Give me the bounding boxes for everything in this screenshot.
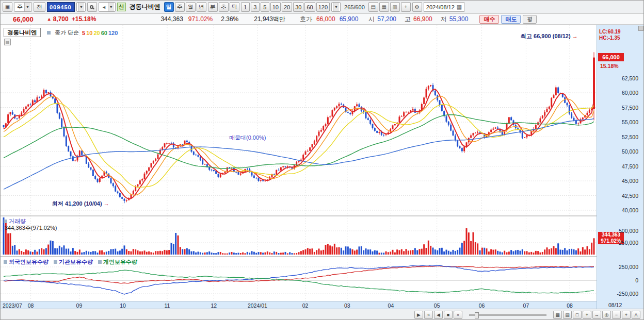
window-icon[interactable]: ▣	[3, 2, 12, 12]
axis-value-label: 45,000	[597, 178, 638, 184]
chart-stock-tab[interactable]: 경동나비엔	[4, 28, 41, 37]
open-price: 57,200	[377, 15, 396, 23]
shin-badge: 신	[117, 3, 126, 11]
box-tool-icon[interactable]: □	[573, 311, 582, 319]
speaker-combo[interactable]: ◄▼	[99, 2, 116, 12]
ma-legend-period: 5	[82, 30, 85, 36]
x-axis-label: 07	[514, 302, 537, 309]
interval-button-5[interactable]: 30	[293, 2, 303, 12]
lc-label: LC:60.19	[599, 29, 621, 35]
legend-square-icon	[4, 260, 7, 264]
chart-region: 경동나비엔 ▤ 종가 단순 5102060120 최고 66,900 (08/1…	[1, 25, 644, 309]
jeon-button[interactable]: 전	[34, 2, 45, 12]
settings-gear-icon[interactable]: ⚙	[412, 2, 422, 12]
hoga-bid: 65,900	[340, 15, 359, 23]
axis-value-label: 55,000	[597, 119, 638, 125]
interval-buttons: 13510203060120	[241, 2, 330, 12]
crosshair-icon[interactable]: ◎	[602, 311, 611, 319]
interval-button-2[interactable]: 5	[261, 2, 269, 12]
legend-square-icon	[4, 220, 7, 223]
interval-button-7[interactable]: 120	[316, 2, 330, 12]
x-axis-label: 03	[336, 302, 359, 309]
candle-count: 265/600	[342, 4, 367, 10]
auto-scale-button[interactable]: A	[632, 311, 640, 319]
tick-button-1[interactable]: 초	[219, 2, 229, 12]
zoom-out-button[interactable]: −	[612, 311, 621, 319]
interval-button-6[interactable]: 60	[304, 2, 315, 12]
stop-button[interactable]: ■	[444, 311, 453, 319]
holdings-legend-item: 외국인보유수량	[4, 258, 49, 266]
axis-value-label: 0	[597, 277, 638, 283]
nav-button-group: ▶«◀■»	[414, 311, 462, 319]
buy-button[interactable]: 매수	[479, 15, 499, 24]
step-backward-button[interactable]: ◀	[434, 311, 443, 319]
current-price-box: 66,000	[598, 53, 624, 61]
volume-pane-subtitle: 344,363주(971.02%)	[5, 224, 57, 232]
top-toolbar: ▣ 주▼ 전 009450 ▼ ◄▼ 신 경동나비엔 일주월년 분초틱 1351…	[1, 1, 643, 14]
zoom-in-button[interactable]: +	[622, 311, 631, 319]
volume-value: 344,363	[160, 15, 183, 23]
chart-scroll-slider[interactable]	[469, 314, 546, 316]
interval-button-1[interactable]: 3	[251, 2, 260, 12]
axis-value-label: 500,000	[597, 228, 638, 234]
axis-value-label: 42,500	[597, 193, 638, 199]
right-arrow-icon: →	[104, 200, 109, 207]
range-button-3[interactable]: 년	[197, 2, 206, 12]
ma-legend: 종가 단순 5102060120	[47, 29, 118, 37]
range-button-1[interactable]: 주	[175, 2, 185, 12]
x-axis-label: 08	[558, 302, 581, 309]
indicator-icon[interactable]: ▥	[390, 2, 400, 12]
tick-button-2[interactable]: 틱	[230, 2, 239, 12]
search-icon[interactable]	[87, 2, 97, 12]
hc-label: HC:-1.35	[599, 35, 620, 41]
play-button[interactable]: ▶	[414, 311, 423, 319]
legend-square-icon	[98, 260, 102, 264]
scrollbar-handle[interactable]	[638, 26, 643, 31]
grid-tool-icon[interactable]: ▦	[553, 311, 562, 319]
chevron-down-icon: ▼	[333, 3, 339, 11]
up-arrow-icon: ▲	[47, 16, 52, 22]
interval-button-4[interactable]: 20	[282, 2, 292, 12]
slider-handle[interactable]	[475, 312, 479, 318]
interval-button-0[interactable]: 1	[241, 2, 250, 12]
interval-combo[interactable]: ▼	[331, 2, 341, 12]
code-dropdown[interactable]: ▼	[76, 2, 86, 12]
split-screen-icon[interactable]: ▦	[379, 2, 389, 12]
price-axis-gutter[interactable]: LC:60.19 HC:-1.35 66,000 15.18% 344,3639…	[597, 25, 644, 309]
chart-type-icon[interactable]: ▤	[368, 2, 378, 12]
tick-button-0[interactable]: 분	[208, 2, 218, 12]
interval-button-3[interactable]: 10	[270, 2, 281, 12]
fast-backward-button[interactable]: «	[424, 311, 433, 319]
x-axis-label: 2024/01	[246, 302, 269, 309]
range-button-2[interactable]: 월	[186, 2, 196, 12]
date-value: 2024/08/12	[426, 4, 455, 10]
stock-code-input[interactable]: 009450	[47, 2, 75, 12]
fit-width-icon[interactable]: ↔	[592, 311, 601, 319]
fast-forward-button[interactable]: »	[454, 311, 462, 319]
x-axis-label: 02	[294, 302, 317, 309]
ma-legend-period: 60	[101, 30, 107, 36]
sell-button[interactable]: 매도	[501, 15, 521, 24]
high-price: 66,900	[413, 15, 432, 23]
stock-name: 경동나비엔	[127, 3, 163, 11]
price-change: 8,700	[53, 15, 69, 23]
add-chart-icon[interactable]: +	[401, 2, 411, 12]
open-label: 시	[368, 15, 375, 24]
tool-button-group: ▦▤□+↔◎−+A	[553, 311, 640, 319]
axis-value-label: 250,000	[597, 240, 638, 246]
tick-buttons: 분초틱	[208, 2, 239, 12]
price-change-pct: +15.18%	[72, 15, 96, 23]
legend-toggle-icon[interactable]: ▤	[4, 39, 11, 45]
current-price-pct: 15.18%	[600, 63, 619, 69]
date-input[interactable]: 2024/08/12▦	[424, 2, 464, 12]
low-annotation: 최저 41,200 (10/04) →	[52, 200, 109, 208]
axis-value-label: 50,000	[597, 148, 638, 155]
x-axis-label: 06	[471, 302, 493, 309]
period-combo[interactable]: 주▼	[14, 2, 32, 12]
current-price: 66,000	[13, 15, 34, 23]
layout-tool-icon[interactable]: ▤	[563, 311, 572, 319]
avg-button[interactable]: 평	[523, 15, 537, 24]
range-button-0[interactable]: 일	[164, 2, 174, 12]
draw-tool-icon[interactable]: +	[583, 311, 591, 319]
x-axis-label: 05	[426, 302, 448, 309]
